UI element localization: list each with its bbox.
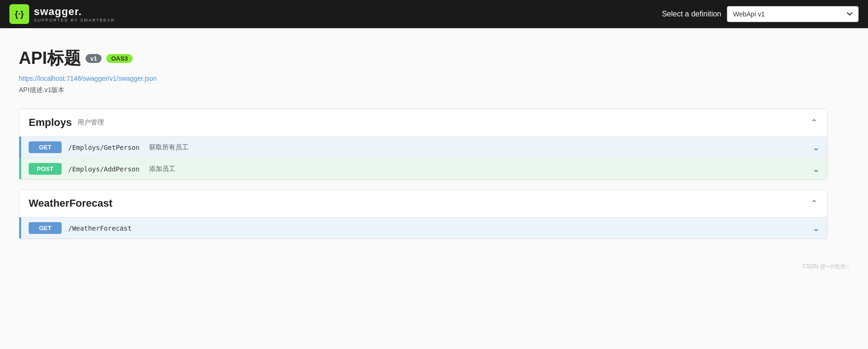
main-content: API标题 v1 OAS3 https://localhost:7148/swa… xyxy=(0,28,846,258)
section-employs: Employs 用户管理 ⌃ GET /Employs/GetPerson 获取… xyxy=(19,109,828,180)
api-url-link[interactable]: https://localhost:7148/swagger/v1/swagge… xyxy=(19,75,828,82)
section-weatherforecast-header[interactable]: WeatherForecast ⌃ xyxy=(19,190,827,217)
swagger-title: swagger. xyxy=(34,6,115,18)
endpoint-get-weatherforecast-left: GET /WeatherForecast xyxy=(29,222,132,234)
method-badge-get: GET xyxy=(29,141,62,153)
section-weatherforecast-title: WeatherForecast xyxy=(29,197,112,209)
swagger-logo-icon: {·} xyxy=(9,4,29,24)
swagger-text: swagger. Supported by SMARTBEAR xyxy=(34,6,115,23)
header-right: Select a definition WebApi v1 xyxy=(662,6,859,22)
header: {·} swagger. Supported by SMARTBEAR Sele… xyxy=(0,0,868,28)
endpoint-get-getperson-desc: 获取所有员工 xyxy=(149,143,189,152)
method-badge-get-weather: GET xyxy=(29,222,62,234)
select-definition-label: Select a definition xyxy=(662,10,721,18)
api-title-row: API标题 v1 OAS3 xyxy=(19,47,828,70)
endpoint-get-getperson[interactable]: GET /Employs/GetPerson 获取所有员工 ⌄ xyxy=(19,137,827,158)
definition-select[interactable]: WebApi v1 xyxy=(727,6,859,22)
endpoint-get-weatherforecast[interactable]: GET /WeatherForecast ⌄ xyxy=(19,217,827,239)
endpoint-post-addperson[interactable]: POST /Employs/AddPerson 添加员工 ⌄ xyxy=(19,158,827,179)
endpoint-post-addperson-chevron-icon: ⌄ xyxy=(813,164,820,174)
endpoint-post-addperson-desc: 添加员工 xyxy=(149,165,175,173)
oas3-badge: OAS3 xyxy=(106,54,132,63)
logo-area: {·} swagger. Supported by SMARTBEAR xyxy=(9,4,115,24)
endpoint-get-weatherforecast-chevron-icon: ⌄ xyxy=(813,223,820,233)
method-badge-post: POST xyxy=(29,163,62,175)
section-employs-title: Employs xyxy=(29,116,72,129)
endpoint-get-getperson-path: /Employs/GetPerson xyxy=(68,144,140,151)
section-employs-header[interactable]: Employs 用户管理 ⌃ xyxy=(19,109,827,137)
section-employs-title-area: Employs 用户管理 xyxy=(29,116,104,129)
section-employs-subtitle: 用户管理 xyxy=(78,118,104,127)
watermark: CSDN @~小先生~ xyxy=(0,258,868,275)
api-title: API标题 xyxy=(19,47,81,70)
section-weatherforecast: WeatherForecast ⌃ GET /WeatherForecast ⌄ xyxy=(19,189,828,239)
endpoint-post-addperson-path: /Employs/AddPerson xyxy=(68,165,140,173)
section-weatherforecast-title-area: WeatherForecast xyxy=(29,197,112,209)
section-employs-chevron-icon: ⌃ xyxy=(811,117,818,128)
endpoint-get-getperson-left: GET /Employs/GetPerson 获取所有员工 xyxy=(29,141,189,153)
section-weatherforecast-chevron-icon: ⌃ xyxy=(811,198,818,209)
version-badge: v1 xyxy=(86,54,102,63)
endpoint-get-weatherforecast-path: /WeatherForecast xyxy=(68,225,132,232)
endpoint-get-getperson-chevron-icon: ⌄ xyxy=(813,142,820,153)
endpoint-post-addperson-left: POST /Employs/AddPerson 添加员工 xyxy=(29,163,175,175)
swagger-sub: Supported by SMARTBEAR xyxy=(34,18,115,23)
api-description: API描述.v1版本 xyxy=(19,86,828,94)
